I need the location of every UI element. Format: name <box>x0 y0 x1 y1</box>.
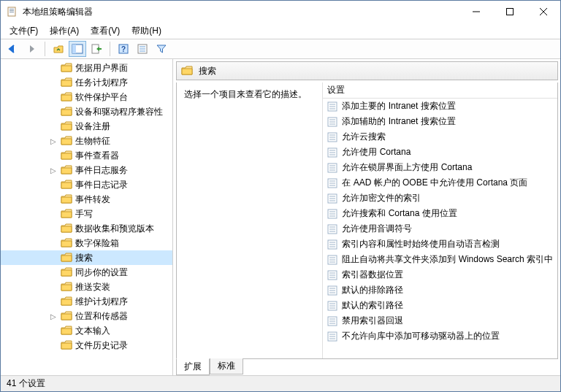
tree-pane[interactable]: 凭据用户界面任务计划程序软件保护平台设备和驱动程序兼容性设备注册▷生物特征事件查… <box>1 59 173 375</box>
folder-icon <box>61 252 72 264</box>
list-item-label: 索引内容和属性时始终使用自动语言检测 <box>342 238 500 250</box>
list-item[interactable]: 添加辅助的 Intranet 搜索位置 <box>323 114 557 129</box>
list-item-label: 默认的排除路径 <box>342 284 403 296</box>
tree-item[interactable]: 维护计划程序 <box>1 294 173 309</box>
list-item[interactable]: 默认的排除路径 <box>323 283 557 298</box>
content-body: 选择一个项目来查看它的描述。 设置 添加主要的 Intranet 搜索位置添加辅… <box>176 82 558 359</box>
tab-standard[interactable]: 标准 <box>210 358 243 374</box>
list-item[interactable]: 添加主要的 Intranet 搜索位置 <box>323 99 557 114</box>
forward-button[interactable] <box>23 41 40 57</box>
tree-item[interactable]: 事件查看器 <box>1 148 173 163</box>
tree-item-label: 推送安装 <box>75 281 110 293</box>
menu-view[interactable]: 查看(V) <box>85 23 126 39</box>
list-item-label: 允许云搜索 <box>342 131 386 143</box>
tree-item[interactable]: ▷事件日志服务 <box>1 163 173 177</box>
tree-item[interactable]: 任务计划程序 <box>1 75 173 90</box>
folder-icon <box>61 281 72 293</box>
folder-icon <box>61 62 72 74</box>
tree-item[interactable]: 设备和驱动程序兼容性 <box>1 104 173 119</box>
list-item[interactable]: 索引器数据位置 <box>323 267 557 283</box>
tree-item[interactable]: ▷生物特征 <box>1 134 173 148</box>
tree-item[interactable]: 数据收集和预览版本 <box>1 221 173 236</box>
folder-icon <box>61 135 72 147</box>
list-item[interactable]: 允许在锁屏界面上方使用 Cortana <box>323 160 557 175</box>
tree-item[interactable]: 推送安装 <box>1 280 173 294</box>
tab-extended[interactable]: 扩展 <box>176 358 210 375</box>
tree-item-label: 软件保护平台 <box>75 91 128 104</box>
tree-item[interactable]: 同步你的设置 <box>1 265 173 280</box>
folder-icon <box>61 296 72 307</box>
list-item-label: 允许搜索和 Cortana 使用位置 <box>342 207 457 220</box>
policy-icon <box>327 163 337 173</box>
list-item-label: 禁用索引器回退 <box>342 315 403 327</box>
tree-item-label: 任务计划程序 <box>75 77 128 89</box>
list-item[interactable]: 允许使用 Cortana <box>323 145 557 160</box>
list-item-label: 默认的索引路径 <box>342 299 403 312</box>
menu-help[interactable]: 帮助(H) <box>126 23 167 39</box>
tree-item[interactable]: 凭据用户界面 <box>1 61 173 75</box>
maximize-button[interactable] <box>493 1 527 23</box>
tree-item-label: 文本输入 <box>75 325 110 337</box>
filter-button[interactable] <box>153 41 170 57</box>
list-item[interactable]: 允许搜索和 Cortana 使用位置 <box>323 206 557 221</box>
folder-icon <box>61 193 72 205</box>
toolbar-separator <box>45 42 45 56</box>
help-button[interactable]: ? <box>115 41 132 57</box>
title-bar: 本地组策略编辑器 <box>1 1 560 23</box>
show-hide-tree-button[interactable] <box>69 41 86 57</box>
policy-icon <box>327 316 337 326</box>
expand-icon[interactable]: ▷ <box>49 312 58 320</box>
tree-item-label: 文件历史记录 <box>75 339 128 352</box>
list-item[interactable]: 禁用索引器回退 <box>323 313 557 328</box>
content-header: 搜索 <box>176 61 558 80</box>
up-button[interactable] <box>50 41 67 57</box>
list-item[interactable]: 允许云搜索 <box>323 129 557 145</box>
status-bar: 41 个设置 <box>1 375 560 391</box>
settings-column-header[interactable]: 设置 <box>323 82 557 99</box>
policy-icon <box>327 301 337 311</box>
list-item[interactable]: 允许使用音调符号 <box>323 221 557 237</box>
properties-button[interactable] <box>134 41 151 57</box>
minimize-button[interactable] <box>459 1 493 23</box>
tree-item[interactable]: 事件日志记录 <box>1 177 173 192</box>
export-button[interactable] <box>88 41 105 57</box>
list-item[interactable]: 阻止自动将共享文件夹添加到 Windows Search 索引中 <box>323 252 557 267</box>
back-button[interactable] <box>4 41 21 57</box>
list-item-label: 允许使用音调符号 <box>342 223 412 235</box>
folder-icon <box>61 77 72 88</box>
tree-item-label: 生物特征 <box>75 135 110 147</box>
tree-item[interactable]: 数字保险箱 <box>1 236 173 250</box>
content-header-title: 搜索 <box>199 65 216 77</box>
expand-icon[interactable]: ▷ <box>49 166 58 174</box>
tree-item-label: 事件日志记录 <box>75 179 128 191</box>
expand-icon[interactable]: ▷ <box>49 137 58 145</box>
menu-action[interactable]: 操作(A) <box>44 23 85 39</box>
close-button[interactable] <box>527 1 560 23</box>
tree-item[interactable]: 搜索 <box>1 250 173 265</box>
folder-icon <box>61 164 72 176</box>
list-item[interactable]: 不允许向库中添加可移动驱动器上的位置 <box>323 328 557 344</box>
tree-item[interactable]: 文本输入 <box>1 323 173 338</box>
policy-icon <box>327 224 337 234</box>
tree-item[interactable]: 手写 <box>1 207 173 221</box>
policy-icon <box>327 178 337 188</box>
list-item-label: 允许加密文件的索引 <box>342 192 421 204</box>
list-item[interactable]: 在 AAD 帐户的 OOBE 中允许使用 Cortana 页面 <box>323 175 557 191</box>
tree-item-label: 搜索 <box>75 252 93 264</box>
tree-item[interactable]: 设备注册 <box>1 119 173 134</box>
policy-icon <box>327 117 337 127</box>
tree-item[interactable]: 文件历史记录 <box>1 338 173 353</box>
policy-icon <box>327 331 337 342</box>
tree-item[interactable]: 事件转发 <box>1 192 173 207</box>
settings-list[interactable]: 设置 添加主要的 Intranet 搜索位置添加辅助的 Intranet 搜索位… <box>323 82 557 358</box>
tree-item[interactable]: ▷位置和传感器 <box>1 309 173 323</box>
list-item[interactable]: 默认的索引路径 <box>323 298 557 313</box>
folder-icon <box>61 120 72 132</box>
folder-icon <box>61 223 72 234</box>
list-item[interactable]: 允许加密文件的索引 <box>323 191 557 206</box>
tree-item[interactable]: 软件保护平台 <box>1 90 173 104</box>
menu-file[interactable]: 文件(F) <box>4 23 44 39</box>
list-item[interactable]: 索引内容和属性时始终使用自动语言检测 <box>323 237 557 252</box>
folder-icon <box>61 266 72 278</box>
folder-icon <box>61 150 72 161</box>
